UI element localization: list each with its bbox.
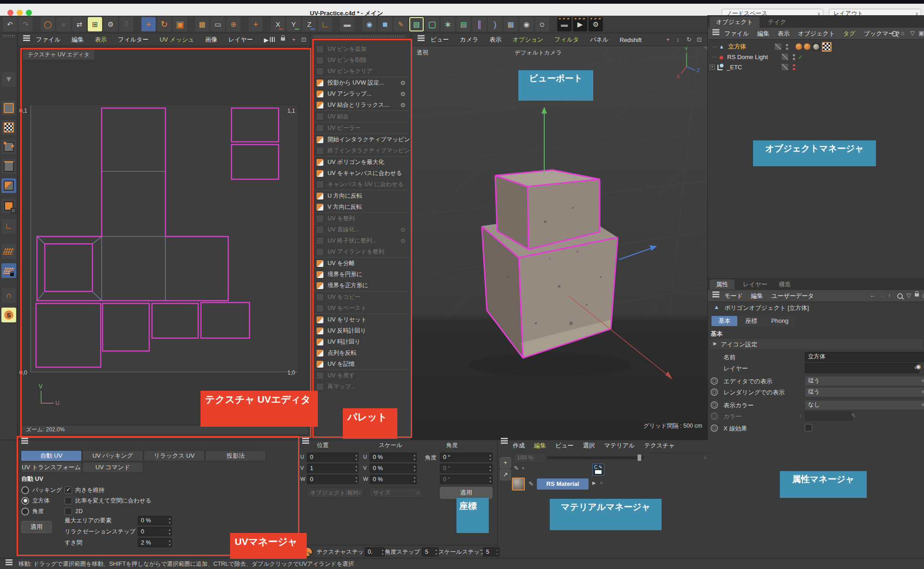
camera-icon[interactable]: ◉ xyxy=(519,17,534,31)
uv-sync-icon[interactable]: ⇄ xyxy=(72,17,86,31)
histogram-icon[interactable] xyxy=(270,37,275,42)
uv-island[interactable] xyxy=(152,303,198,338)
tab-structure[interactable]: 構造 xyxy=(772,279,797,290)
menu-item[interactable]: 表示 xyxy=(490,36,502,44)
menu-item[interactable]: 選択 xyxy=(583,442,595,450)
editor-visibility-select[interactable]: 従う∨ xyxy=(805,376,924,386)
pen-tool-icon[interactable]: ✎ xyxy=(394,17,408,31)
gear-icon[interactable]: ⚙ xyxy=(400,91,406,97)
number-input[interactable]: 0 %▴▾ xyxy=(138,516,172,525)
object-row-etc[interactable]: + _ETC xyxy=(709,62,923,72)
lock-z-axis-icon[interactable]: Z xyxy=(302,17,316,31)
palette-item[interactable]: UV 時計回り xyxy=(312,336,409,347)
maximize-view-icon[interactable]: ⊡ xyxy=(697,36,702,43)
viewport-corner-handle[interactable] xyxy=(703,46,708,51)
menu-item[interactable]: テクスチャ xyxy=(644,442,675,450)
paint-icon[interactable]: ✎ xyxy=(514,465,519,472)
uv-island[interactable] xyxy=(37,108,228,301)
uv-island[interactable] xyxy=(231,108,279,142)
menu-item[interactable]: ビュー xyxy=(555,442,574,450)
uvm-tab[interactable]: UV トランスフォーム xyxy=(21,462,81,472)
coordinate-input[interactable]: 0▴▾ xyxy=(307,475,359,484)
expand-icon[interactable]: + xyxy=(710,65,715,70)
uvw-tag-icon[interactable] xyxy=(822,42,832,52)
lock-icon[interactable] xyxy=(281,35,285,41)
uv-show-in-editor-icon[interactable]: ⊞ xyxy=(88,17,102,31)
uv-polygons-mode-icon[interactable] xyxy=(1,199,16,213)
selection-tag-icon[interactable] xyxy=(804,43,810,50)
menu-item[interactable]: パネル xyxy=(590,36,608,44)
points-mode-icon[interactable] xyxy=(1,139,16,154)
palette-item[interactable]: 開始インタラクティブマッピング xyxy=(312,133,409,145)
pan-view-icon[interactable]: + xyxy=(666,36,670,43)
gear-icon[interactable]: ⚙ xyxy=(400,102,406,109)
drag-handle[interactable] xyxy=(313,35,406,38)
palette-item[interactable]: V 方向に反転 xyxy=(312,201,409,212)
coord-apply-button[interactable]: 適用 xyxy=(440,487,492,499)
keyframe-ring-icon[interactable] xyxy=(711,401,718,409)
bend-deformer-icon[interactable]: ) xyxy=(488,17,502,31)
palette-item[interactable]: UV アンラップ...⚙ xyxy=(312,88,409,99)
object-row-cube[interactable]: ▲ 立方体 xyxy=(709,42,923,52)
icon-settings-row[interactable]: ▶ アイコン設定 xyxy=(710,339,923,349)
cloner-icon[interactable]: ∗ xyxy=(441,17,455,31)
name-input[interactable]: 立方体 xyxy=(805,352,924,362)
rotate-view-icon[interactable]: ↻ xyxy=(687,36,692,43)
menu-item[interactable]: 編集 xyxy=(534,442,546,450)
uvm-apply-button[interactable]: 適用 xyxy=(21,521,52,533)
render-view-icon[interactable]: ▬ xyxy=(340,17,354,31)
coordinate-input[interactable]: 0 %▴▾ xyxy=(370,453,417,462)
menu-item[interactable]: 編集 xyxy=(757,30,769,38)
make-editable-icon[interactable]: ▼ xyxy=(1,72,16,87)
keyframe-ring-icon[interactable] xyxy=(711,377,718,385)
uv-island[interactable] xyxy=(36,303,101,367)
primitive-cube-icon[interactable]: ■ xyxy=(378,17,392,31)
checkbox-option[interactable]: 比率を変えて空間に合わせる xyxy=(65,496,152,506)
up-icon[interactable]: ↑ xyxy=(888,292,891,299)
snap-settings-icon[interactable]: S xyxy=(1,308,16,322)
mm-layer-dropdown[interactable]: ∨ xyxy=(649,453,710,454)
uv-island[interactable] xyxy=(201,303,249,338)
menu-item[interactable]: ファイル xyxy=(36,36,61,44)
lock-workplane-icon[interactable] xyxy=(1,263,16,278)
filter-icon[interactable]: ▽ xyxy=(910,30,915,36)
menu-item[interactable]: ▶ xyxy=(264,36,268,43)
view-type-label[interactable]: 透視 xyxy=(417,49,428,57)
palette-item[interactable]: UV をリセット xyxy=(312,314,409,325)
floor-grid-icon[interactable]: ▦ xyxy=(504,17,518,31)
uv-editor-tab[interactable]: テクスチャ UV エディタ xyxy=(23,50,94,60)
material-name[interactable]: RS Material xyxy=(537,478,589,490)
scale-tool-icon[interactable]: ▣ xyxy=(173,17,187,31)
menu-item[interactable]: フィルタ xyxy=(554,36,579,44)
uvm-tab[interactable]: UV コマンド xyxy=(83,462,143,472)
uvm-tab[interactable]: リラックス UV xyxy=(144,451,204,461)
gear-icon[interactable]: ⚙ xyxy=(400,226,406,233)
menu-item[interactable]: カメラ xyxy=(460,36,479,44)
axis-extension-icon[interactable]: ⊕ xyxy=(226,17,241,31)
checkbox-option[interactable]: ✓向きを維持 xyxy=(65,485,152,495)
material-thumbnail[interactable] xyxy=(512,478,525,490)
selection-tag-icon[interactable] xyxy=(796,43,802,50)
texture-mode-icon[interactable] xyxy=(1,120,16,135)
light-icon[interactable]: ○ xyxy=(535,17,549,31)
enable-axis-icon[interactable]: ∟ xyxy=(1,219,16,234)
add-material-button[interactable]: + xyxy=(500,457,511,468)
rotate-tool-icon[interactable]: ↻ xyxy=(157,17,171,31)
angle-step-input[interactable]: 5▴▾ xyxy=(422,547,438,557)
filter-icon[interactable]: ▽ xyxy=(906,292,911,299)
lock-icon[interactable] xyxy=(915,291,919,297)
checkbox-option[interactable]: 2D xyxy=(65,506,152,516)
menu-item[interactable]: 編集 xyxy=(751,292,763,300)
palette-item[interactable]: UV を分離 xyxy=(312,257,409,269)
palette-item[interactable]: U 方向に反転 xyxy=(312,190,409,201)
camera-label[interactable]: デフォルトカメラ xyxy=(501,49,575,57)
uvm-tab[interactable]: UV パッキング xyxy=(83,451,143,461)
render-visibility-select[interactable]: 従う∨ xyxy=(805,387,924,397)
pan-icon[interactable]: + xyxy=(292,36,296,43)
live-selection-icon[interactable]: ◯ xyxy=(41,17,55,31)
layer-input[interactable]: ∨ xyxy=(805,363,919,373)
menu-item[interactable]: ユーザーデータ xyxy=(772,292,814,300)
number-input[interactable]: 0▴▾ xyxy=(138,527,172,536)
palette-item[interactable]: UV ポリゴンを最大化 xyxy=(312,156,409,168)
menu-item[interactable]: 画像 xyxy=(205,36,217,44)
